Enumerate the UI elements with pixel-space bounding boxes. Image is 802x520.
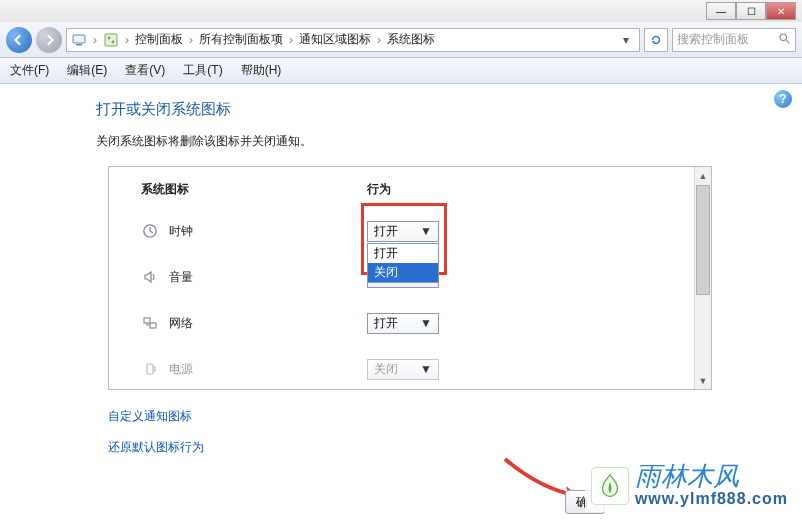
svg-rect-1: [76, 44, 82, 46]
clock-icon: [141, 222, 159, 240]
scroll-track[interactable]: [695, 296, 711, 372]
navbar: › › 控制面板 › 所有控制面板项 › 通知区域图标 › 系统图标 ▾ 搜索控…: [0, 22, 802, 58]
combo-value: 打开: [374, 223, 398, 240]
table-row: 网络 打开 ▼: [109, 300, 693, 346]
breadcrumb-item[interactable]: 控制面板: [135, 31, 183, 48]
column-header-icon: 系统图标: [141, 181, 367, 198]
watermark: 雨林木风 www.ylmf888.com: [585, 460, 794, 512]
table-row: 电源 关闭 ▼: [109, 346, 693, 389]
combo-value: 关闭: [374, 361, 398, 378]
page-title: 打开或关闭系统图标: [0, 96, 802, 133]
breadcrumb-item[interactable]: 通知区域图标: [299, 31, 371, 48]
table-row: 时钟 打开 ▼ 打开 关闭: [109, 208, 693, 254]
maximize-button[interactable]: ☐: [736, 2, 766, 20]
breadcrumb-dropdown-icon[interactable]: ▾: [617, 33, 635, 47]
forward-button[interactable]: [36, 27, 62, 53]
column-headers: 系统图标 行为: [109, 181, 693, 208]
row-label: 网络: [169, 315, 193, 332]
back-button[interactable]: [6, 27, 32, 53]
search-input[interactable]: 搜索控制面板: [672, 28, 796, 52]
close-button[interactable]: ✕: [766, 2, 796, 20]
chevron-right-icon: ›: [121, 33, 133, 47]
chevron-down-icon: ▼: [418, 314, 434, 333]
volume-icon: [141, 268, 159, 286]
scroll-up-button[interactable]: ▲: [695, 167, 711, 184]
computer-icon: [71, 32, 87, 48]
refresh-button[interactable]: [644, 28, 668, 52]
chevron-right-icon: ›: [373, 33, 385, 47]
chevron-right-icon: ›: [285, 33, 297, 47]
link-customize-icons[interactable]: 自定义通知图标: [108, 404, 802, 435]
svg-point-4: [112, 40, 115, 43]
behavior-combo-clock[interactable]: 打开 ▼ 打开 关闭: [367, 221, 439, 242]
svg-point-5: [780, 34, 787, 41]
help-icon[interactable]: ?: [774, 90, 792, 108]
menu-bar: 文件(F) 编辑(E) 查看(V) 工具(T) 帮助(H): [0, 58, 802, 84]
network-icon: [141, 314, 159, 332]
scroll-down-button[interactable]: ▼: [695, 372, 711, 389]
chevron-down-icon: ▼: [418, 360, 434, 379]
combo-dropdown: 打开 关闭: [367, 243, 439, 283]
svg-point-3: [108, 36, 111, 39]
svg-rect-0: [73, 35, 85, 43]
watermark-brand: 雨林木风: [635, 464, 788, 490]
window-controls: ― ☐ ✕: [706, 2, 796, 20]
row-label: 时钟: [169, 223, 193, 240]
chevron-down-icon: ▼: [418, 222, 434, 241]
minimize-button[interactable]: ―: [706, 2, 736, 20]
menu-view[interactable]: 查看(V): [125, 62, 165, 79]
column-header-behavior: 行为: [367, 181, 391, 198]
svg-rect-2: [105, 34, 117, 46]
search-icon: [778, 32, 791, 48]
breadcrumb-item[interactable]: 所有控制面板项: [199, 31, 283, 48]
combo-option-on[interactable]: 打开: [368, 244, 438, 263]
breadcrumb-item[interactable]: 系统图标: [387, 31, 435, 48]
behavior-combo-network[interactable]: 打开 ▼: [367, 313, 439, 334]
svg-line-6: [786, 40, 789, 43]
svg-rect-9: [150, 323, 156, 328]
combo-value: 打开: [374, 315, 398, 332]
watermark-url: www.ylmf888.com: [635, 490, 788, 508]
row-label: 音量: [169, 269, 193, 286]
svg-rect-8: [144, 318, 150, 323]
menu-help[interactable]: 帮助(H): [241, 62, 282, 79]
power-icon: [141, 360, 159, 378]
vertical-scrollbar[interactable]: ▲ ▼: [694, 167, 711, 389]
menu-tools[interactable]: 工具(T): [183, 62, 222, 79]
link-list: 自定义通知图标 还原默认图标行为: [0, 390, 802, 466]
chevron-right-icon: ›: [185, 33, 197, 47]
menu-file[interactable]: 文件(F): [10, 62, 49, 79]
scroll-thumb[interactable]: [696, 185, 710, 295]
chevron-right-icon: ›: [89, 33, 101, 47]
page-description: 关闭系统图标将删除该图标并关闭通知。: [0, 133, 802, 166]
behavior-combo-power: 关闭 ▼: [367, 359, 439, 380]
combo-option-off[interactable]: 关闭: [368, 263, 438, 282]
system-icons-panel: 系统图标 行为 时钟 打开 ▼ 打开 关闭: [108, 166, 712, 390]
watermark-logo: [591, 467, 629, 505]
row-label: 电源: [169, 361, 193, 378]
titlebar: ― ☐ ✕: [0, 0, 802, 22]
svg-rect-10: [147, 364, 153, 374]
control-panel-icon: [103, 32, 119, 48]
menu-edit[interactable]: 编辑(E): [67, 62, 107, 79]
search-placeholder: 搜索控制面板: [677, 31, 749, 48]
breadcrumb[interactable]: › › 控制面板 › 所有控制面板项 › 通知区域图标 › 系统图标 ▾: [66, 28, 640, 52]
content-area: ? 打开或关闭系统图标 关闭系统图标将删除该图标并关闭通知。 系统图标 行为 时…: [0, 84, 802, 520]
